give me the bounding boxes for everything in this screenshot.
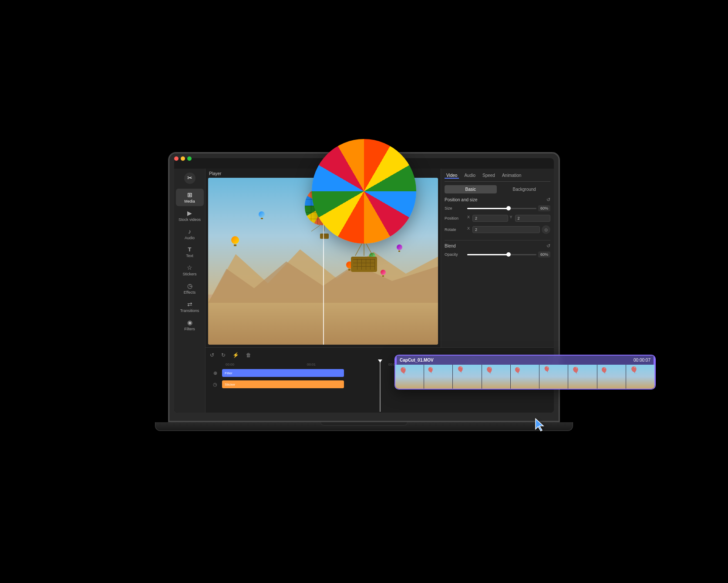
frame-bg-3: 🎈 [453, 365, 481, 389]
rotate-control-row: Rotate X 2 ⊙ [445, 225, 550, 234]
y-label: Y [510, 215, 512, 222]
delete-button[interactable]: 🗑 [244, 351, 253, 359]
size-slider-track[interactable] [467, 208, 536, 209]
opacity-slider-fill [467, 254, 509, 255]
tab-animation[interactable]: Animation [500, 172, 523, 179]
stickers-icon: ☆ [187, 264, 192, 271]
opacity-slider-thumb[interactable] [506, 252, 511, 257]
section-position-size-header: Position and size ↺ [445, 197, 550, 203]
frame-balloon-9: 🎈 [630, 366, 638, 374]
position-x-input[interactable]: 2 [472, 215, 508, 222]
effects-icon: ◷ [187, 282, 192, 289]
tab-speed[interactable]: Speed [481, 172, 497, 179]
svg-marker-10 [536, 419, 543, 431]
split-button[interactable]: ⚡ [231, 351, 241, 359]
filmstrip-frame-9: 🎈 [626, 365, 655, 389]
cursor-svg [534, 418, 548, 432]
reset-position-icon[interactable]: ↺ [546, 197, 550, 203]
size-slider-thumb[interactable] [506, 206, 511, 210]
opacity-value: 60% [538, 251, 550, 258]
size-slider-fill [467, 208, 509, 209]
sidebar-item-audio[interactable]: ♪ Audio [176, 225, 204, 243]
filmstrip-frame-5: 🎈 [511, 365, 539, 389]
panel-tabs: Video Audio Speed Animation [445, 172, 550, 182]
section-title-blend: Blend [445, 244, 456, 248]
rotate-x-label: X [467, 226, 470, 233]
sidebar-item-media[interactable]: ⊞ Media [176, 189, 204, 206]
rotate-label: Rotate [445, 227, 465, 232]
sidebar-label-effects: Effects [184, 290, 195, 295]
sidebar-item-transitions[interactable]: ⇄ Transitions [176, 298, 204, 315]
reset-blend-icon[interactable]: ↺ [546, 243, 550, 249]
audio-icon: ♪ [188, 228, 191, 235]
frame-bg-8: 🎈 [597, 365, 626, 389]
tab-audio[interactable]: Audio [462, 172, 477, 179]
filmstrip-frame-4: 🎈 [482, 365, 511, 389]
position-label: Position [445, 216, 465, 220]
frame-balloon-1: 🎈 [399, 367, 408, 375]
sidebar-label-media: Media [184, 199, 195, 203]
section-blend-header: Blend ↺ [445, 243, 550, 249]
section-divider-1 [445, 240, 550, 241]
frame-bg-1: 🎈 [395, 365, 424, 389]
tab-video[interactable]: Video [445, 172, 459, 179]
sidebar-item-stock-videos[interactable]: ▶ Stock videos [176, 207, 204, 224]
popup-filename: CapCut_01.MOV [400, 358, 434, 363]
frame-balloon-3: 🎈 [456, 366, 465, 374]
opacity-slider-track[interactable] [467, 254, 536, 255]
opacity-control-row: Opacity 60% [445, 251, 550, 258]
small-balloon-1 [231, 236, 239, 246]
position-control-row: Position X 2 Y 2 [445, 215, 550, 222]
position-xy-inputs: X 2 Y 2 [467, 215, 550, 222]
frame-bg-7: 🎈 [568, 365, 597, 389]
btn-background[interactable]: Background [499, 185, 551, 193]
filter-clip[interactable]: Filter [222, 369, 344, 377]
btn-basic[interactable]: Basic [445, 185, 497, 193]
media-icon: ⊞ [187, 191, 192, 198]
frame-balloon-2: 🎈 [427, 367, 434, 374]
balloon-body-large [312, 139, 416, 244]
sticker-clip[interactable]: Sticker [222, 380, 344, 388]
balloon-basket-large [351, 257, 377, 272]
frame-balloon-6: 🎈 [543, 366, 550, 373]
filmstrip-frame-2: 🎈 [424, 365, 453, 389]
redo-button[interactable]: ↻ [219, 351, 227, 359]
filmstrip-frame-7: 🎈 [568, 365, 597, 389]
compass-button[interactable]: ⊙ [542, 225, 550, 234]
app-logo: ✂ [184, 172, 196, 184]
popup-filmstrip: 🎈 🎈 🎈 🎈 🎈 [395, 365, 655, 389]
frame-balloon-4: 🎈 [485, 366, 494, 375]
opacity-label: Opacity [445, 252, 465, 257]
sidebar-item-filters[interactable]: ◉ Filters [176, 316, 204, 334]
stock-videos-icon: ▶ [187, 210, 192, 217]
close-button[interactable] [174, 156, 179, 161]
hero-balloon-decoration [307, 139, 421, 278]
small-balloon-2 [259, 211, 265, 219]
right-panel: Video Audio Speed Animation Basic Backgr… [441, 169, 554, 347]
sidebar-item-stickers[interactable]: ☆ Stickers [176, 261, 204, 279]
frame-bg-9: 🎈 [626, 365, 654, 389]
sidebar-item-text[interactable]: T Text [176, 244, 204, 261]
maximize-button[interactable] [187, 156, 192, 161]
rotate-inputs: X 2 [467, 226, 540, 233]
frame-bg-4: 🎈 [482, 365, 510, 389]
filter-clip-label: Filter [225, 371, 233, 375]
floating-timeline-popup: CapCut_01.MOV 00:00:07 🎈 🎈 🎈 [394, 355, 656, 390]
x-label: X [467, 215, 470, 222]
size-control-row: Size 60% [445, 205, 550, 211]
section-title-position: Position and size [445, 197, 478, 202]
undo-button[interactable]: ↺ [208, 351, 216, 359]
position-y-input[interactable]: 2 [515, 215, 550, 222]
sidebar: ✂ ⊞ Media ▶ Stock videos ♪ Audio [174, 169, 206, 413]
sidebar-item-effects[interactable]: ◷ Effects [176, 280, 204, 297]
rotate-x-input[interactable]: 2 [472, 226, 540, 233]
ruler-00-00: 00:00 [226, 363, 307, 366]
traffic-lights [174, 156, 192, 161]
sidebar-label-transitions: Transitions [180, 308, 199, 313]
laptop-base [155, 422, 573, 431]
size-label: Size [445, 206, 465, 210]
popup-header: CapCut_01.MOV 00:00:07 [395, 356, 655, 365]
minimize-button[interactable] [181, 156, 185, 161]
sidebar-label-filters: Filters [184, 327, 195, 331]
frame-bg-5: 🎈 [511, 365, 539, 389]
